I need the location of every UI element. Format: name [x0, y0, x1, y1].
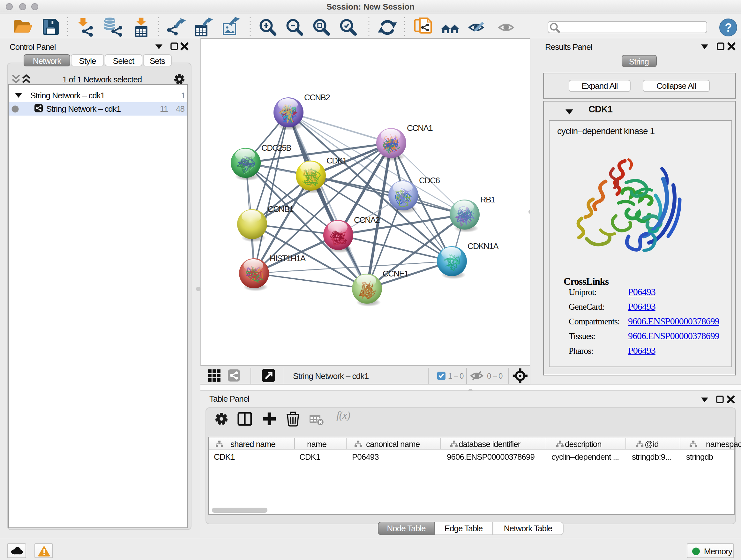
svg-text:CCNA1: CCNA1	[407, 123, 433, 133]
svg-text:CDC6: CDC6	[419, 176, 440, 185]
svg-text:?: ?	[725, 21, 732, 34]
svg-text:CCNB1: CCNB1	[268, 204, 293, 214]
svg-text:HIST1H1A: HIST1H1A	[270, 253, 306, 263]
svg-text:CCNE1: CCNE1	[383, 269, 408, 278]
svg-text:CDC25B: CDC25B	[261, 143, 291, 152]
svg-text:1 – 0: 1 – 0	[448, 372, 464, 380]
svg-text:CCNB2: CCNB2	[304, 92, 330, 102]
svg-text:0 – 0: 0 – 0	[487, 372, 502, 380]
svg-text:CDKN1A: CDKN1A	[468, 241, 499, 251]
svg-text:RB1: RB1	[480, 195, 495, 204]
svg-text:String Network – cdk1: String Network – cdk1	[293, 371, 368, 381]
svg-text:CDK1: CDK1	[327, 156, 347, 165]
svg-text:CCNA2: CCNA2	[354, 215, 380, 225]
